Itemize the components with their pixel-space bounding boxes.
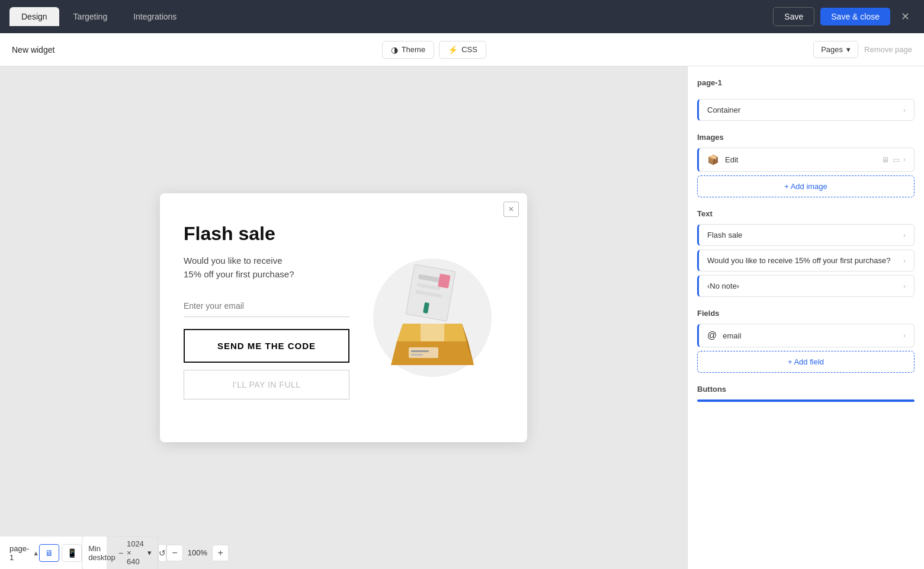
text-flash-chevron-icon: › [903,231,906,239]
text-flash-sale-label: Flash sale [707,231,742,239]
field-chevron-icon: › [903,331,906,340]
text-section: Text Flash sale › Would you like to rece… [697,209,915,297]
mobile-view-button[interactable]: 📱 [62,544,82,562]
text-note-label: ‹No note› [707,282,739,290]
image-edit-label: Edit [725,155,738,164]
main-layout: ✕ Flash sale Would you like to receive15… [0,66,924,569]
tab-integrations[interactable]: Integrations [121,7,188,26]
pages-label: Pages [821,45,843,54]
buttons-section-title: Buttons [697,385,915,394]
images-section: Images 📦 Edit 🖥 ▭ › + Add image [697,133,915,197]
widget-title: New widget [12,45,54,55]
close-button[interactable]: ✕ [896,8,915,25]
tablet-small-icon: ▭ [893,155,900,164]
container-label: Container [707,106,740,114]
add-image-button[interactable]: + Add image [697,175,915,197]
pages-button[interactable]: Pages ▾ [813,41,858,58]
fields-section: Fields @ email › + Add field [697,309,915,373]
canvas-area: ✕ Flash sale Would you like to receive15… [0,66,687,569]
email-input[interactable] [184,295,349,317]
widget-subtext: Would you like to receive15% off your fi… [184,254,349,281]
current-page-label: page-1 [9,544,29,562]
container-item[interactable]: Container › [697,99,915,121]
pay-full-button[interactable]: I'LL PAY IN FULL [184,370,349,399]
desktop-small-icon: 🖥 [881,155,889,164]
widget-close-button[interactable]: ✕ [503,202,519,217]
resolution-selector[interactable]: Min desktop – 1024 × 640 ▾ [82,536,158,569]
images-section-title: Images [697,133,915,142]
package-illustration [379,258,486,377]
add-field-button[interactable]: + Add field [697,351,915,373]
page-chevron-icon[interactable]: ▲ [33,549,39,557]
page-indicator: page-1 ▲ [9,544,39,562]
widget-illustration [361,217,503,418]
text-note-item[interactable]: ‹No note› › [697,275,915,297]
buttons-section: Buttons [697,385,915,402]
nav-actions: Save Save & close ✕ [773,7,915,26]
text-flash-sale-item[interactable]: Flash sale › [697,224,915,246]
toolbar-right: Pages ▾ Remove page [813,41,912,58]
container-item-left: Container [707,106,740,114]
text-subtext-item[interactable]: Would you like to receive 15% off your f… [697,250,915,271]
panel-page-label: page-1 [697,78,915,87]
widget-headline: Flash sale [184,223,349,245]
bottom-bar: page-1 ▲ 🖥 📱 Min desktop – 1024 × 640 ▾ … [0,536,107,569]
css-label: CSS [461,45,477,54]
remove-page-link[interactable]: Remove page [864,45,912,54]
tab-targeting[interactable]: Targeting [62,7,120,26]
zoom-controls: − 100% + [166,545,229,561]
svg-rect-4 [438,274,451,289]
send-code-button[interactable]: SEND ME THE CODE [184,329,349,363]
field-email-item[interactable]: @ email › [697,324,915,347]
text-note-chevron-icon: › [903,282,906,290]
mobile-icon: 📱 [67,548,77,558]
desktop-icon: 🖥 [45,548,53,558]
nav-tabs: Design Targeting Integrations [9,7,188,26]
svg-rect-13 [411,354,423,356]
image-icon: 📦 [707,154,719,165]
right-panel: page-1 Container › Images 📦 Edit 🖥 ▭ [687,66,924,569]
widget-preview: ✕ Flash sale Would you like to receive15… [160,193,527,442]
theme-button[interactable]: ◑ Theme [382,41,434,59]
svg-rect-10 [421,324,444,341]
zoom-in-button[interactable]: + [212,545,229,561]
image-item-left: 📦 Edit [707,154,738,165]
svg-rect-12 [411,350,429,352]
svg-rect-11 [409,347,438,358]
text-subtext-chevron-icon: › [903,257,906,265]
at-icon: @ [707,330,717,341]
toolbar-center: ◑ Theme ⚡ CSS [382,41,486,59]
tab-design[interactable]: Design [9,7,59,26]
toolbar-row: New widget ◑ Theme ⚡ CSS Pages ▾ Remove … [0,33,924,66]
refresh-icon: ↺ [159,548,166,558]
css-icon: ⚡ [448,45,458,55]
fields-section-title: Fields [697,309,915,318]
save-close-button[interactable]: Save & close [820,8,890,25]
refresh-button[interactable]: ↺ [158,544,166,562]
field-email-label: email [723,331,741,340]
theme-icon: ◑ [391,45,398,55]
widget-left-panel: Flash sale Would you like to receive15% … [184,217,349,418]
chevron-down-icon: ▾ [846,45,851,54]
css-button[interactable]: ⚡ CSS [439,41,486,59]
device-buttons: 🖥 📱 [39,544,82,562]
device-icon-group: 🖥 ▭ › [881,155,906,164]
zoom-out-button[interactable]: − [166,545,183,561]
page-section-title: page-1 [697,78,915,87]
field-item-left: @ email [707,330,741,341]
container-chevron-icon: › [903,106,906,114]
resolution-chevron-icon: ▾ [147,548,152,557]
resolution-dash: – [119,548,123,557]
image-chevron-icon: › [903,155,906,164]
text-section-title: Text [697,209,915,218]
save-button[interactable]: Save [773,7,814,26]
top-navigation: Design Targeting Integrations Save Save … [0,0,924,33]
container-section: Container › [697,99,915,121]
theme-label: Theme [402,45,425,54]
resolution-size: 1024 × 640 [127,539,144,566]
resolution-label: Min desktop [88,544,116,562]
image-edit-item[interactable]: 📦 Edit 🖥 ▭ › [697,148,915,172]
desktop-view-button[interactable]: 🖥 [39,544,59,562]
zoom-value: 100% [188,548,207,557]
text-subtext-label: Would you like to receive 15% off your f… [707,256,891,265]
